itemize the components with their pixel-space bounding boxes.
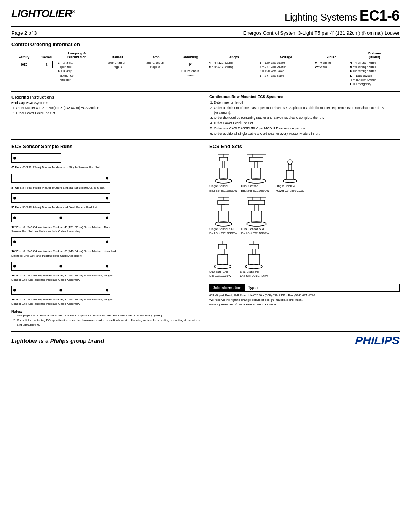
address-line: 631 Airport Road, Fall River, MA 02720 •…: [209, 293, 400, 298]
length-cell: 4 = 4' (121.92cm)8 = 8' (243.84cm): [208, 60, 258, 87]
series-code: 1: [41, 61, 53, 68]
note-1: See page 1 of Specification Sheet or con…: [17, 313, 202, 318]
lamp-notes: See Chart onPage 3: [139, 61, 172, 69]
run-diagram-1: [11, 153, 61, 163]
end-set-single-cable: Single Cable & Power Cord EGCC36: [275, 153, 304, 192]
svg-rect-9: [249, 157, 263, 162]
dual-srl-img: [241, 197, 272, 227]
job-info-box: Job Information Type:: [209, 284, 400, 292]
shielding-cell: P P = ParabolicLouver: [173, 60, 208, 87]
col-header-length: Length: [208, 51, 258, 60]
rights-line: We reserve the right to change details o…: [209, 298, 400, 302]
svg-rect-32: [218, 254, 228, 265]
end-set-srl-standard: SRL Standard End Set EC1ER36W: [240, 239, 268, 278]
ecs-sensor-title: ECS Sensor Sample Runs: [11, 144, 202, 150]
end-cap-title: End Cap ECS Systems: [11, 101, 202, 105]
svg-rect-34: [218, 244, 227, 249]
page-subtitle: Energos Control System 3-Light T5 per 4'…: [243, 30, 400, 36]
run-diagram-2: [11, 174, 110, 183]
page-number: Page 2 of 3: [11, 30, 37, 36]
run-4: 12' Run:8' (243.84cm) Master Module, 4' …: [11, 213, 202, 233]
ecs-end-sets: ECS End Sets: [209, 144, 400, 327]
run-dot: [106, 177, 108, 179]
dual-srl-label: Dual Sensor SRL End Set EC1DR36W: [241, 227, 272, 235]
series-code-cell: 1: [37, 60, 57, 87]
footer-address-block: 631 Airport Road, Fall River, MA 02720 •…: [209, 293, 400, 307]
dual-sensor-label: Dual Sensor End Set EC1DE36W: [241, 184, 271, 192]
voltage-notes: 6 = 120 Vac Master7 = 277 Vac Master8 = …: [260, 61, 313, 78]
svg-rect-14: [286, 170, 294, 179]
ordering-right: Continuous Row Mounted ECS Systems: Dete…: [209, 95, 400, 136]
ordering-left: Ordering Instructions End Cap ECS System…: [11, 95, 202, 136]
svg-rect-3: [219, 157, 228, 161]
col-header-ballast: Ballast: [97, 51, 137, 60]
svg-rect-2: [222, 161, 225, 168]
run-dot-mid: [60, 289, 62, 292]
control-ordering-title: Control Ordering Information: [11, 42, 400, 48]
lamp-cell: See Chart onPage 3: [137, 60, 173, 87]
col-header-shielding: Shielding: [173, 51, 208, 60]
single-sensor-img: [209, 153, 237, 184]
end-cap-list: Order Master 4' (121.92cm) or 8' (243.84…: [11, 105, 202, 116]
philips-logo: PHILIPS: [355, 334, 400, 347]
run-label-3: 8' Run: 8' (243.84cm) Master Module and …: [11, 205, 202, 209]
run-dot-mid: [60, 265, 62, 267]
svg-rect-19: [218, 211, 228, 222]
length-notes: 4 = 4' (121.92cm)8 = 8' (243.84cm): [209, 61, 257, 69]
col-header-series: Series: [37, 51, 57, 60]
single-sensor-svg: [210, 153, 237, 184]
dual-srl-svg: [241, 197, 272, 227]
ecs-end-sets-title: ECS End Sets: [209, 144, 400, 150]
standard-img: [209, 239, 236, 270]
end-set-dual-srl: Dual Sensor SRL End Set EC1DR36W: [241, 197, 272, 235]
run-diagram-4: [11, 213, 110, 222]
run-dot-left: [13, 197, 16, 199]
end-set-dual-sensor: Dual Sensor End Set EC1DE36W: [241, 153, 271, 192]
run-5: 16' Run:8' (243.84cm) Master Module, 8' …: [11, 237, 202, 257]
single-sensor-label: Single Sensor End Set EC1SE36W: [209, 184, 237, 192]
run-dot-left: [13, 241, 16, 243]
control-ordering-section: Control Ordering Information Family Seri…: [11, 42, 400, 87]
srl-standard-label: SRL Standard End Set EC1ER36W: [240, 270, 268, 278]
lamp-dist-notes: 3 = 3 lamp, open top6 = 3 lamp, slotted …: [58, 61, 96, 82]
run-dot-left: [13, 265, 16, 267]
single-srl-label: Single Sensor SRL End Set EC1SR36W: [209, 227, 237, 235]
svg-rect-26: [255, 205, 258, 211]
finish-cell: A =AluminumW=White: [314, 60, 349, 87]
shielding-notes: P = ParabolicLouver: [174, 69, 207, 77]
dual-sensor-svg: [241, 153, 271, 184]
svg-rect-39: [249, 244, 259, 249]
srl-standard-img: [240, 239, 268, 270]
ballast-cell: See Chart onPage 3: [97, 60, 137, 87]
svg-rect-37: [248, 254, 260, 265]
end-set-standard: Standard End Set EG1EC36W: [209, 239, 236, 278]
ecs-sensor-runs: ECS Sensor Sample Runs 4' Run: 4' (121.9…: [11, 144, 202, 327]
run-6: 16' Run:8' (243.84cm) Master Module, 8' …: [11, 262, 202, 282]
note-2: Consult the matching EG specification sh…: [17, 318, 202, 327]
run-dot-left: [13, 289, 16, 292]
single-srl-svg: [210, 197, 237, 227]
continuous-item-2: Order a minimum of one master per run. P…: [214, 105, 400, 115]
continuous-item-5: Order one CABLE ASSEMBLY per MODULE minu…: [214, 126, 400, 131]
notes-list: See page 1 of Specification Sheet or con…: [11, 313, 202, 327]
svg-rect-33: [221, 249, 224, 254]
svg-rect-27: [248, 200, 265, 205]
run-dot-right: [106, 289, 108, 292]
srl-standard-svg: [241, 239, 267, 270]
continuous-title: Continuous Row Mounted ECS Systems:: [209, 95, 400, 99]
page-header: LIGHTOLIER® Lighting Systems EC1-6: [11, 8, 400, 27]
single-cable-label: Single Cable & Power Cord EGCC36: [275, 184, 304, 192]
run-7: 16' Run:8' (243.84cm) Master Module, 8' …: [11, 286, 202, 306]
dual-sensor-img: [241, 153, 271, 184]
run-dot-left: [13, 216, 16, 219]
svg-point-16: [288, 160, 292, 164]
ordering-title: Ordering Instructions: [11, 95, 202, 99]
col-header-family: Family: [11, 51, 37, 60]
run-2: 8' Run: 8' (243.84cm) Master Module and …: [11, 174, 202, 190]
divider-2: [11, 139, 400, 140]
ordering-instructions-section: Ordering Instructions End Cap ECS System…: [11, 95, 400, 136]
col-header-options: Options(Blank): [349, 51, 400, 60]
run-label-6: 16' Run:8' (243.84cm) Master Module, 8' …: [11, 273, 202, 282]
run-dot-right: [106, 197, 108, 199]
shielding-code: P: [185, 61, 196, 68]
